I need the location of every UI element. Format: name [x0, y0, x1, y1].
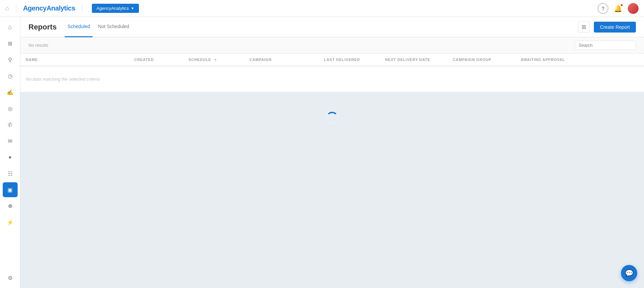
no-results-text: No results [28, 43, 48, 48]
avatar[interactable] [628, 3, 639, 14]
col-header-name: NAME [20, 54, 129, 66]
nav-divider-2 [82, 4, 82, 13]
home-nav-icon[interactable]: ⌂ [5, 5, 9, 12]
col-header-next-delivery: NEXT DELIVERY DATE [380, 54, 447, 66]
page-title: Reports [28, 23, 57, 32]
top-nav-right: ? 🔔 [598, 3, 639, 14]
filter-button[interactable]: ⊞ [578, 21, 590, 33]
col-header-schedule[interactable]: SCHEDULE ▼ [183, 54, 244, 66]
filter-icon: ⊞ [582, 24, 586, 30]
top-nav-left: ⌂ AgencyAnalytics AgencyAnalytics ▼ [5, 4, 139, 13]
sidebar-item-chat[interactable]: ✍ [3, 85, 18, 100]
sidebar-item-reports[interactable]: ▣ [3, 182, 18, 197]
sidebar-item-calls[interactable]: ✆ [3, 117, 18, 132]
loading-spinner [326, 112, 338, 124]
logo-agency: Agency [23, 4, 46, 12]
sidebar-item-dashboard[interactable]: ⊞ [3, 36, 18, 51]
col-header-created: CREATED [129, 54, 183, 66]
notification-button[interactable]: 🔔 [614, 4, 622, 13]
notification-dot [620, 4, 623, 6]
content-area: Reports Scheduled Not Scheduled ⊞ Create… [20, 17, 644, 288]
table-header: NAME CREATED SCHEDULE ▼ CAMPAIGN LAST DE… [20, 54, 644, 66]
search-input[interactable] [575, 41, 636, 50]
col-header-awaiting: AWAITING APPROVAL [515, 54, 644, 66]
nav-divider [16, 4, 16, 13]
page-header: Reports Scheduled Not Scheduled ⊞ Create… [20, 17, 644, 37]
col-header-last-delivered: LAST DELIVERED [319, 54, 380, 66]
chat-icon: 💬 [625, 269, 633, 277]
tab-scheduled[interactable]: Scheduled [65, 17, 93, 37]
no-data-row: No data matching the selected criteria [20, 66, 644, 92]
logo-analytics: Analytics [46, 4, 75, 12]
top-navigation: ⌂ AgencyAnalytics AgencyAnalytics ▼ ? 🔔 [0, 0, 644, 17]
sidebar-item-commerce[interactable]: ☷ [3, 166, 18, 181]
no-data-cell: No data matching the selected criteria [20, 66, 644, 92]
col-header-campaign-group: CAMPAIGN GROUP [447, 54, 515, 66]
no-results-bar: No results [20, 37, 644, 54]
table-container: No results NAME CREATED SCHEDULE ▼ CAMPA… [20, 37, 644, 92]
sort-icon: ▼ [214, 58, 218, 62]
col-header-campaign: CAMPAIGN [244, 54, 319, 66]
sidebar-item-users[interactable]: ☸ [3, 199, 18, 213]
sidebar-item-location[interactable]: ● [3, 150, 18, 165]
reports-table: NAME CREATED SCHEDULE ▼ CAMPAIGN LAST DE… [20, 54, 644, 92]
sidebar-item-settings[interactable]: ⚙ [3, 270, 18, 285]
page-header-left: Reports Scheduled Not Scheduled [28, 17, 135, 37]
page-header-right: ⊞ Create Report [578, 21, 636, 33]
table-body: No data matching the selected criteria [20, 66, 644, 92]
main-layout: ⌂ ⊞ ⚲ ◷ ✍ ◎ ✆ ✉ ● ☷ ▣ ☸ ⚡ ⚙ Reports Sche… [0, 17, 644, 288]
tab-not-scheduled[interactable]: Not Scheduled [95, 17, 132, 37]
sidebar: ⌂ ⊞ ⚲ ◷ ✍ ◎ ✆ ✉ ● ☷ ▣ ☸ ⚡ ⚙ [0, 17, 20, 288]
chat-bubble-button[interactable]: 💬 [621, 265, 637, 281]
chevron-down-icon: ▼ [131, 6, 134, 10]
agency-analytics-button[interactable]: AgencyAnalytics ▼ [92, 4, 139, 13]
sidebar-item-email[interactable]: ✉ [3, 133, 18, 148]
sidebar-item-monitor[interactable]: ◎ [3, 101, 18, 116]
logo: AgencyAnalytics [23, 4, 75, 12]
sidebar-item-home[interactable]: ⌂ [3, 20, 18, 35]
sidebar-item-integrations[interactable]: ⚡ [3, 215, 18, 230]
help-button[interactable]: ? [598, 3, 608, 14]
create-report-button[interactable]: Create Report [594, 22, 636, 33]
sidebar-item-search[interactable]: ⚲ [3, 52, 18, 67]
sidebar-item-activity[interactable]: ◷ [3, 68, 18, 83]
tabs: Scheduled Not Scheduled [65, 17, 135, 37]
